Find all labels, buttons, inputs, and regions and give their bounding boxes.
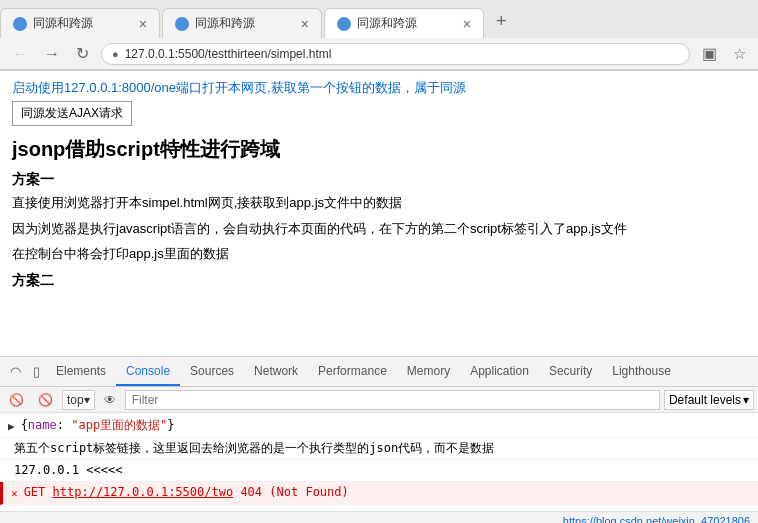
browser-tab-1[interactable]: 同源和跨源 × xyxy=(0,8,160,38)
devtools-tab-bar: ◠ ▯ Elements Console Sources Network Per… xyxy=(0,357,758,387)
console-line-error: ✕ GET http://127.0.0.1:5500/two 404 (Not… xyxy=(0,482,758,505)
page-para-2: 因为浏览器是执行javascript语言的，会自动执行本页面的代码，在下方的第二… xyxy=(12,219,746,239)
tab-title-2: 同源和跨源 xyxy=(195,15,295,32)
new-tab-button[interactable]: + xyxy=(486,5,517,38)
page-para-1: 直接使用浏览器打开本simpel.html网页,接获取到app.js文件中的数据 xyxy=(12,193,746,213)
tab-favicon-3 xyxy=(337,17,351,31)
console-line-text-1: 第五个script标签链接，这里返回去给浏览器的是一个执行类型的json代码，而… xyxy=(0,438,758,460)
tab-elements[interactable]: Elements xyxy=(46,358,116,386)
tab-favicon-1 xyxy=(13,17,27,31)
page-content: 启动使用127.0.0.1:8000/one端口打开本网页,获取第一个按钮的数据… xyxy=(0,71,758,356)
console-line-content-1: 第五个script标签链接，这里返回去给浏览器的是一个执行类型的json代码，而… xyxy=(14,439,750,458)
console-eye-button[interactable]: 👁 xyxy=(99,391,121,409)
tab-security[interactable]: Security xyxy=(539,358,602,386)
tab-sources[interactable]: Sources xyxy=(180,358,244,386)
console-output: ▶ {name: "app里面的数据"} 第五个script标签链接，这里返回去… xyxy=(0,413,758,511)
tab-title-3: 同源和跨源 xyxy=(357,15,457,32)
console-line-content-2: 127.0.0.1 <<<<< xyxy=(14,461,750,480)
console-cursor-line[interactable]: ▸ xyxy=(0,505,758,511)
tab-application[interactable]: Application xyxy=(460,358,539,386)
url-bar[interactable]: ● 127.0.0.1:5500/testthirteen/simpel.htm… xyxy=(101,43,690,65)
page-para-3: 在控制台中将会打印app.js里面的数据 xyxy=(12,244,746,264)
error-link[interactable]: http://127.0.0.1:5500/two xyxy=(53,485,234,499)
tab-close-2[interactable]: × xyxy=(301,16,309,32)
console-toolbar: 🚫 🚫 top ▾ 👁 Default levels ▾ xyxy=(0,387,758,413)
tab-memory[interactable]: Memory xyxy=(397,358,460,386)
error-icon: ✕ xyxy=(11,485,18,503)
page-link[interactable]: 启动使用127.0.0.1:8000/one端口打开本网页,获取第一个按钮的数据… xyxy=(12,80,466,95)
console-filter-input[interactable] xyxy=(125,390,660,410)
console-context-label: top xyxy=(67,393,84,407)
console-level-arrow: ▾ xyxy=(743,393,749,407)
devtools-inspect-button[interactable]: ◠ xyxy=(4,360,27,383)
console-value: "app里面的数据" xyxy=(71,418,167,432)
tab-close-3[interactable]: × xyxy=(463,16,471,32)
forward-button[interactable]: → xyxy=(40,43,64,65)
back-button[interactable]: ← xyxy=(8,43,32,65)
screen-cast-button[interactable]: ▣ xyxy=(698,42,721,65)
address-bar: ← → ↻ ● 127.0.0.1:5500/testthirteen/simp… xyxy=(0,38,758,70)
devtools-panel: ◠ ▯ Elements Console Sources Network Per… xyxy=(0,356,758,511)
lock-icon: ● xyxy=(112,48,119,60)
bookmark-button[interactable]: ☆ xyxy=(729,43,750,65)
tab-lighthouse[interactable]: Lighthouse xyxy=(602,358,681,386)
console-context-select[interactable]: top ▾ xyxy=(62,390,95,410)
expand-arrow-icon[interactable]: ▶ xyxy=(8,418,15,436)
url-text: 127.0.0.1:5500/testthirteen/simpel.html xyxy=(125,47,679,61)
tab-title-1: 同源和跨源 xyxy=(33,15,133,32)
status-url: https://blog.csdn.net/weixin_47021806 xyxy=(563,515,750,524)
console-context-arrow: ▾ xyxy=(84,393,90,407)
browser-tab-3[interactable]: 同源和跨源 × xyxy=(324,8,484,38)
browser-chrome: 同源和跨源 × 同源和跨源 × 同源和跨源 × + ← → ↻ ● 127.0.… xyxy=(0,0,758,71)
section2-title: 方案二 xyxy=(12,272,746,290)
console-level-select[interactable]: Default levels ▾ xyxy=(664,390,754,410)
tab-performance[interactable]: Performance xyxy=(308,358,397,386)
console-key: name xyxy=(28,418,57,432)
console-cursor-content xyxy=(21,506,750,511)
refresh-button[interactable]: ↻ xyxy=(72,42,93,65)
page-heading: jsonp借助script特性进行跨域 xyxy=(12,136,746,163)
console-line-error-content: GET http://127.0.0.1:5500/two 404 (Not F… xyxy=(24,483,750,502)
tab-console[interactable]: Console xyxy=(116,358,180,386)
devtools-device-button[interactable]: ▯ xyxy=(27,360,46,383)
tab-bar: 同源和跨源 × 同源和跨源 × 同源和跨源 × + xyxy=(0,0,758,38)
console-level-label: Default levels xyxy=(669,393,741,407)
section1-title: 方案一 xyxy=(12,171,746,189)
tab-close-1[interactable]: × xyxy=(139,16,147,32)
console-clear-button[interactable]: 🚫 xyxy=(4,391,29,409)
browser-tab-2[interactable]: 同源和跨源 × xyxy=(162,8,322,38)
ajax-button[interactable]: 同源发送AJAX请求 xyxy=(12,101,132,126)
console-line-object: ▶ {name: "app里面的数据"} xyxy=(0,415,758,438)
tab-favicon-2 xyxy=(175,17,189,31)
console-line-object-content: {name: "app里面的数据"} xyxy=(21,416,750,435)
status-bar: https://blog.csdn.net/weixin_47021806 xyxy=(0,511,758,523)
tab-network[interactable]: Network xyxy=(244,358,308,386)
cursor-icon: ▸ xyxy=(8,508,15,511)
console-line-text-2: 127.0.0.1 <<<<< xyxy=(0,460,758,482)
console-filter-button[interactable]: 🚫 xyxy=(33,391,58,409)
